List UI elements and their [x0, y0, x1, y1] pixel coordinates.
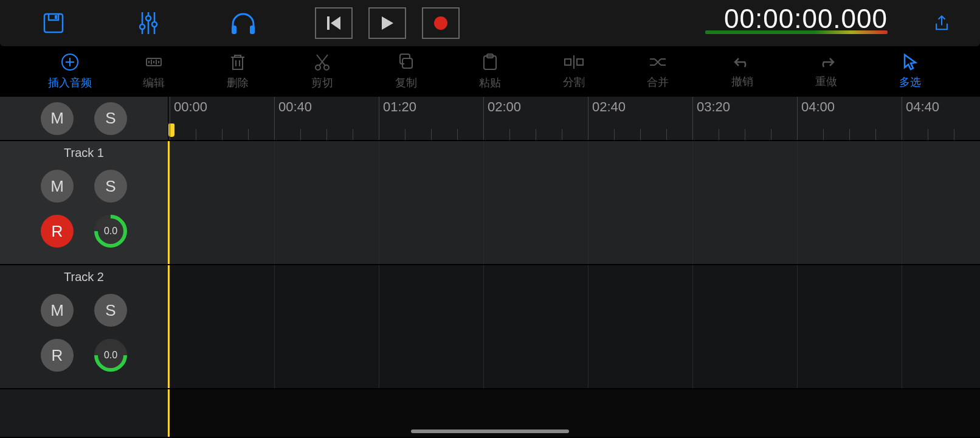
record-button[interactable]: [422, 7, 460, 39]
ruler-tick-minor: [326, 129, 327, 140]
tool-label: 重做: [815, 74, 837, 89]
track-header[interactable]: Track 1 M S R 0.0: [0, 141, 168, 264]
ruler-tick-minor: [745, 129, 745, 140]
svg-rect-8: [232, 26, 236, 34]
track-name-label: Track 1: [0, 146, 168, 160]
track-record-arm-button[interactable]: R: [41, 339, 74, 372]
master-mute-button[interactable]: M: [41, 102, 74, 135]
ruler-tick-minor: [849, 129, 850, 140]
master-solo-button[interactable]: S: [94, 102, 127, 135]
svg-point-7: [152, 22, 157, 27]
ruler-tick-minor: [875, 129, 876, 140]
lane-gridline: [379, 141, 379, 264]
tool-label: 合并: [647, 75, 669, 89]
lane-gridline: [902, 141, 902, 264]
track-gain-dial[interactable]: 0.0: [94, 339, 127, 372]
lane-gridline: [797, 141, 798, 264]
svg-rect-1: [55, 15, 57, 19]
tool-label: 插入音频: [48, 75, 92, 90]
lane-gridline: [902, 265, 902, 388]
svg-marker-33: [905, 55, 916, 69]
ruler-tick-minor: [222, 129, 223, 140]
tool-copy[interactable]: 复制: [379, 46, 433, 96]
top-bar-left: [12, 6, 260, 40]
below-head: [0, 389, 168, 437]
ruler-tick-major: 03:20: [692, 97, 730, 140]
tool-merge[interactable]: 合并: [630, 46, 685, 96]
lane-gridline: [588, 265, 588, 388]
tool-multi-select[interactable]: 多选: [883, 46, 937, 96]
ruler-tick-minor: [405, 129, 405, 140]
headphones-button[interactable]: [226, 6, 260, 40]
svg-rect-31: [577, 59, 583, 65]
tool-undo[interactable]: 撤销: [715, 46, 770, 96]
lane-gridline: [274, 141, 275, 264]
tool-label: 分割: [563, 75, 585, 89]
ruler-tick-minor: [509, 129, 510, 140]
play-button[interactable]: [368, 7, 406, 39]
ruler-tick-minor: [928, 129, 928, 140]
lane-gridline: [379, 265, 379, 388]
lane-gridline: [588, 141, 588, 264]
tool-label: 粘贴: [479, 75, 501, 90]
ruler-tick-major: 04:40: [902, 97, 939, 140]
svg-rect-9: [250, 26, 255, 34]
tool-delete[interactable]: 删除: [210, 46, 265, 96]
ruler-tick-minor: [248, 129, 249, 140]
ruler-tick-major: 00:40: [274, 97, 312, 140]
tool-label: 多选: [899, 75, 921, 89]
svg-rect-0: [44, 14, 63, 32]
timer-box: 00:00:00.000: [650, 4, 888, 34]
track-solo-button[interactable]: S: [94, 294, 127, 327]
tool-split[interactable]: 分割: [547, 46, 601, 96]
track-lane[interactable]: [168, 265, 980, 388]
tool-cut[interactable]: 剪切: [295, 46, 350, 96]
svg-point-3: [140, 24, 145, 29]
track-header[interactable]: Track 2 M S R 0.0: [0, 265, 168, 388]
ruler-tick-minor: [562, 129, 562, 140]
svg-marker-11: [331, 16, 340, 30]
edit-toolbar: 插入音频 编辑 删除 剪切 复制 粘贴 分割 合并 撤销 重做 多选: [0, 46, 980, 96]
time-ruler[interactable]: 00:0000:4001:2002:0002:4003:2004:0004:40: [168, 97, 980, 140]
tool-label: 复制: [395, 75, 417, 90]
ruler-tick-minor: [666, 129, 667, 140]
tool-paste[interactable]: 粘贴: [463, 46, 517, 96]
ruler-tick-minor: [640, 129, 641, 140]
track-lane[interactable]: [168, 141, 980, 264]
track-solo-button[interactable]: S: [94, 170, 127, 203]
lane-gridline: [692, 141, 693, 264]
tool-label: 撤销: [731, 74, 753, 89]
ruler-tick-minor: [954, 129, 954, 140]
track-mute-button[interactable]: M: [41, 170, 74, 203]
track-row: Track 1 M S R 0.0: [0, 140, 980, 264]
ruler-tick-major: 00:00: [170, 97, 207, 140]
track-record-arm-button[interactable]: R: [41, 215, 74, 248]
svg-rect-10: [327, 16, 330, 30]
svg-rect-30: [565, 59, 571, 65]
mixer-button[interactable]: [131, 6, 165, 40]
lane-gridline: [797, 265, 798, 388]
track-gain-dial[interactable]: 0.0: [94, 215, 127, 248]
ruler-tick-major: 02:00: [483, 97, 521, 140]
rewind-button[interactable]: [315, 7, 353, 39]
lane-gridline: [274, 265, 275, 388]
ruler-tick-minor: [614, 129, 615, 140]
tool-label: 剪切: [311, 75, 333, 90]
tool-redo[interactable]: 重做: [799, 46, 854, 96]
ruler-tick-minor: [771, 129, 771, 140]
ruler-tick-minor: [300, 129, 301, 140]
below-lane: [168, 389, 980, 437]
lane-gridline: [483, 265, 484, 388]
ruler-tick-minor: [719, 129, 719, 140]
ruler-row: M S 00:0000:4001:2002:0002:4003:2004:000…: [0, 96, 980, 140]
share-button[interactable]: [934, 6, 968, 40]
transport-controls: [315, 7, 460, 39]
timecode-display: 00:00:00.000: [705, 4, 888, 34]
tool-edit[interactable]: 编辑: [126, 46, 181, 96]
tool-insert-audio[interactable]: 插入音频: [43, 46, 97, 96]
ruler-tick-minor: [457, 129, 458, 140]
save-button[interactable]: [36, 6, 71, 40]
ruler-tick-major: 02:40: [588, 97, 626, 140]
ruler-tick-major: 04:00: [797, 97, 835, 140]
track-mute-button[interactable]: M: [41, 294, 74, 327]
